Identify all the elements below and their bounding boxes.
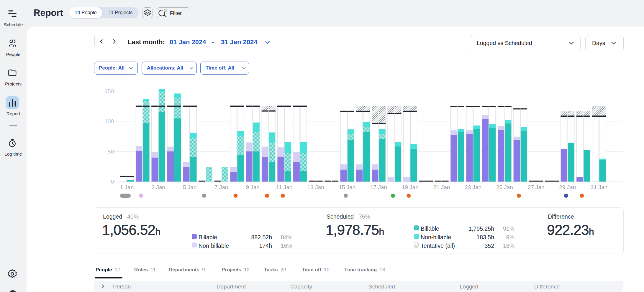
- svg-text:29 Jan: 29 Jan: [559, 184, 576, 190]
- svg-text:21 Jan: 21 Jan: [433, 184, 450, 190]
- svg-text:9 Jan: 9 Jan: [246, 184, 260, 190]
- svg-text:27 Jan: 27 Jan: [528, 184, 545, 190]
- svg-text:100: 100: [104, 118, 114, 124]
- svg-text:150: 150: [104, 88, 114, 94]
- svg-text:5 Jan: 5 Jan: [183, 184, 196, 190]
- svg-text:17 Jan: 17 Jan: [370, 184, 387, 190]
- svg-text:25 Jan: 25 Jan: [496, 184, 513, 190]
- svg-text:7 Jan: 7 Jan: [214, 184, 228, 190]
- svg-text:3 Jan: 3 Jan: [151, 184, 165, 190]
- svg-text:31 Jan: 31 Jan: [591, 184, 607, 190]
- svg-text:15 Jan: 15 Jan: [339, 184, 355, 190]
- svg-text:0: 0: [111, 179, 114, 185]
- svg-text:23 Jan: 23 Jan: [465, 184, 481, 190]
- svg-text:11 Jan: 11 Jan: [276, 184, 293, 190]
- svg-text:1 Jan: 1 Jan: [120, 184, 134, 190]
- svg-text:50: 50: [108, 149, 114, 155]
- svg-text:13 Jan: 13 Jan: [307, 184, 324, 190]
- svg-text:19 Jan: 19 Jan: [402, 184, 419, 190]
